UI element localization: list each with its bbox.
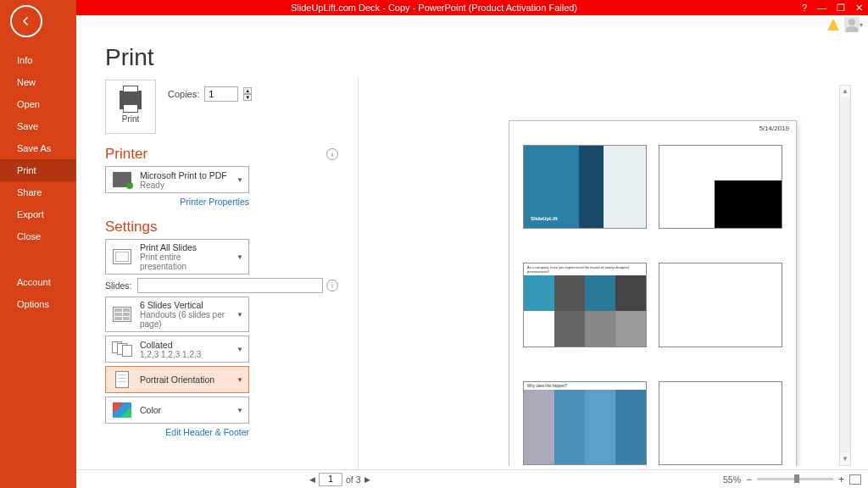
- slide-thumb-2: [659, 145, 782, 229]
- chevron-down-icon: ▼: [236, 376, 243, 384]
- preview-scrollbar[interactable]: ▲ ▼: [839, 85, 851, 466]
- backstage-nav: Info New Open Save Save As Print Share E…: [0, 0, 76, 488]
- handout-icon: [113, 307, 131, 322]
- copies-up-button[interactable]: ▲: [243, 87, 252, 94]
- nav-items: Info New Open Save Save As Print Share E…: [0, 49, 76, 247]
- collated-line2: 1,2,3 1,2,3 1,2,3: [140, 350, 230, 359]
- printer-properties-link[interactable]: Printer Properties: [105, 197, 249, 207]
- slide3-title: As a company, have you experienced the i…: [527, 265, 646, 274]
- orientation-dropdown[interactable]: Portrait Orientation ▼: [105, 366, 249, 393]
- copies-input[interactable]: [204, 86, 238, 102]
- page-navigator: ◀ of 3 ▶: [309, 473, 370, 486]
- nav-share[interactable]: Share: [0, 181, 76, 203]
- zoom-out-button[interactable]: −: [746, 474, 752, 485]
- nav-save[interactable]: Save: [0, 115, 76, 137]
- print-controls: Print Copies: ▲ ▼ Printer i Microsoft Pr…: [105, 80, 338, 437]
- preview-date: 5/14/2019: [759, 125, 789, 132]
- help-button[interactable]: ?: [802, 3, 807, 13]
- edit-header-footer-link[interactable]: Edit Header & Footer: [105, 427, 249, 437]
- portrait-icon: [115, 371, 129, 388]
- printer-dropdown[interactable]: Microsoft Print to PDF Ready ▼: [105, 166, 249, 193]
- user-avatar[interactable]: [844, 17, 860, 32]
- back-arrow-icon: [19, 14, 34, 29]
- current-page-input[interactable]: [319, 473, 342, 486]
- color-dropdown[interactable]: Color ▼: [105, 396, 249, 424]
- nav-account[interactable]: Account: [0, 271, 76, 293]
- nav-items-bottom: Account Options: [0, 271, 76, 315]
- page-title: Print: [105, 44, 868, 71]
- layout-dropdown[interactable]: 6 Slides Vertical Handouts (6 slides per…: [105, 297, 249, 332]
- window-controls: ? — ❐ ✕: [802, 0, 868, 15]
- print-button[interactable]: Print: [105, 80, 156, 134]
- nav-new[interactable]: New: [0, 71, 76, 93]
- zoom-in-button[interactable]: +: [838, 474, 844, 485]
- warning-icon: [827, 19, 839, 30]
- nav-export[interactable]: Export: [0, 203, 76, 225]
- account-bar: ▾: [0, 15, 868, 34]
- slide-thumb-4: [659, 263, 782, 347]
- next-page-button[interactable]: ▶: [364, 475, 370, 484]
- printer-device-icon: [113, 172, 131, 187]
- chevron-down-icon: ▼: [236, 176, 243, 184]
- slides-input[interactable]: [137, 278, 323, 293]
- prev-page-button[interactable]: ◀: [309, 475, 315, 484]
- print-range-dropdown[interactable]: Print All Slides Print entire presentati…: [105, 239, 249, 274]
- printer-heading: Printer: [105, 146, 147, 163]
- fit-to-window-button[interactable]: [849, 474, 861, 485]
- zoom-controls: 55% − +: [723, 474, 861, 485]
- slide1-logo: SlideUpLift: [531, 216, 558, 221]
- collated-dropdown[interactable]: Collated 1,2,3 1,2,3 1,2,3 ▼: [105, 336, 249, 363]
- color-icon: [113, 402, 131, 418]
- zoom-slider-thumb[interactable]: [794, 474, 799, 483]
- title-bar: SlideUpLift.com Deck - Copy - PowerPoint…: [0, 0, 868, 15]
- slide5-title: Why does this happen?: [524, 382, 646, 390]
- print-range-line2: Print entire presentation: [140, 252, 230, 271]
- print-range-line1: Print All Slides: [140, 242, 230, 252]
- avatar-dropdown-icon[interactable]: ▾: [860, 21, 863, 29]
- printer-info-icon[interactable]: i: [326, 148, 338, 160]
- slide-thumb-3: As a company, have you experienced the i…: [523, 263, 647, 347]
- status-bar: ◀ of 3 ▶ 55% − +: [76, 469, 868, 488]
- collate-icon: [112, 341, 132, 357]
- chevron-down-icon: ▼: [236, 346, 243, 353]
- nav-save-as[interactable]: Save As: [0, 137, 76, 159]
- nav-open[interactable]: Open: [0, 93, 76, 115]
- slide-thumb-5: Why does this happen?: [523, 381, 647, 465]
- back-button[interactable]: [10, 5, 42, 37]
- minimize-button[interactable]: —: [817, 3, 826, 13]
- slide-thumb-1: SlideUpLift: [523, 145, 647, 229]
- printer-name: Microsoft Print to PDF: [140, 170, 230, 180]
- printer-status: Ready: [140, 180, 230, 190]
- window-title: SlideUpLift.com Deck - Copy - PowerPoint…: [291, 3, 577, 13]
- print-preview: ▲ ▼ 5/14/2019 1 SlideUpLift As a company…: [381, 85, 851, 466]
- color-line1: Color: [140, 405, 230, 415]
- nav-print[interactable]: Print: [0, 159, 76, 181]
- nav-options[interactable]: Options: [0, 293, 76, 315]
- layout-line1: 6 Slides Vertical: [140, 300, 230, 310]
- slides-info-icon[interactable]: i: [326, 280, 338, 291]
- close-button[interactable]: ✕: [855, 3, 863, 14]
- zoom-level: 55%: [723, 474, 741, 485]
- copies-label: Copies:: [168, 89, 199, 99]
- page-total-label: of 3: [346, 474, 361, 485]
- orientation-line1: Portrait Orientation: [140, 374, 230, 385]
- nav-close[interactable]: Close: [0, 225, 76, 247]
- layout-line2: Handouts (6 slides per page): [140, 310, 230, 329]
- printer-icon: [120, 91, 142, 109]
- restore-button[interactable]: ❐: [837, 3, 845, 14]
- slides-icon: [113, 249, 131, 264]
- settings-heading: Settings: [105, 219, 157, 236]
- handout-grid: SlideUpLift As a company, have you exper…: [523, 145, 782, 465]
- zoom-slider[interactable]: [757, 478, 833, 480]
- chevron-down-icon: ▼: [236, 253, 243, 261]
- preview-sheet: 5/14/2019 1 SlideUpLift As a company, ha…: [509, 120, 797, 466]
- print-button-label: Print: [122, 114, 140, 124]
- slide-thumb-6: [659, 381, 782, 465]
- collated-line1: Collated: [140, 340, 230, 350]
- copies-down-button[interactable]: ▼: [243, 94, 252, 101]
- nav-info[interactable]: Info: [0, 49, 76, 71]
- scroll-down-button[interactable]: ▼: [840, 453, 850, 465]
- vertical-divider: [358, 78, 359, 478]
- scroll-up-button[interactable]: ▲: [840, 86, 850, 97]
- main-area: Print Print Copies: ▲ ▼ Printer i Mi: [76, 34, 868, 488]
